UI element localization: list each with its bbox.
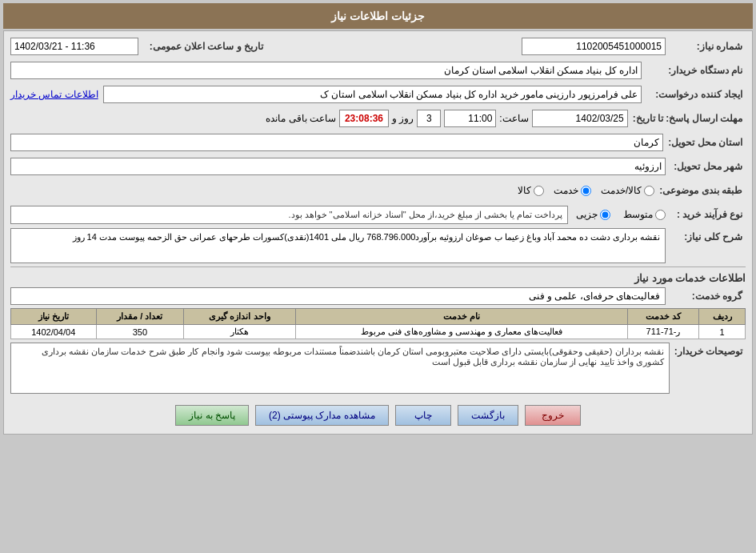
col-tedad: تعداد / مقدار bbox=[96, 309, 184, 325]
noeFarayand-group: متوسط جزیی bbox=[576, 209, 666, 220]
bazgasht-button[interactable]: بازگشت bbox=[458, 405, 518, 426]
saat-label: ساعت: bbox=[499, 113, 528, 124]
sharh-value: نقشه برداری دشت ده محمد آباد وباغ زعیما … bbox=[10, 228, 666, 263]
col-radif: ردیف bbox=[699, 309, 746, 325]
mohlat-date: 1402/03/25 bbox=[532, 110, 628, 127]
goroh-value: فعالیت‌های حرفه‌ای، علمی و فنی bbox=[10, 287, 666, 305]
col-name: نام خدمت bbox=[295, 309, 627, 325]
ejadKonande-value: علی فرامرزپور دارزینی مامور خرید اداره ک… bbox=[103, 86, 642, 103]
mohlat-label: مهلت ارسال پاسخ: تا تاریخ: bbox=[628, 113, 746, 124]
roz-label: روز و bbox=[392, 113, 414, 124]
noeFarayand-label: نوع فرآیند خرید : bbox=[666, 209, 746, 220]
chap-button[interactable]: چاپ bbox=[395, 405, 451, 426]
countdown: 23:08:36 bbox=[339, 110, 389, 127]
namDastgah-label: نام دستگاه خریدار: bbox=[642, 65, 746, 76]
ostanMahal-value: کرمان bbox=[10, 134, 663, 151]
ejadKonande-label: ایجاد کننده درخواست: bbox=[642, 89, 746, 100]
services-table: ردیف کد خدمت نام خدمت واحد اندازه گیری ت… bbox=[10, 308, 746, 339]
buttons-row: خروج بازگشت چاپ مشاهده مدارک پیوستی (2) … bbox=[10, 402, 746, 429]
mohlat-time: 11:00 bbox=[444, 110, 496, 127]
saat-baqi-label: ساعت باقی مانده bbox=[266, 113, 336, 124]
tamase-khardar-link[interactable]: اطلاعات تماس خریدار bbox=[10, 89, 98, 100]
purchase-note: پرداخت تمام یا بخشی از مبلغ خرید،از محل … bbox=[10, 206, 568, 224]
tosaif-value: نقشه برداران (حقیقی وحقوقی)بایستی دارای … bbox=[10, 343, 670, 394]
shomareNiaz-value: 1102005451000015 bbox=[522, 38, 666, 55]
tarikhAelan-value: 1402/03/21 - 11:36 bbox=[10, 38, 138, 55]
namDastgah-value: اداره کل بنیاد مسکن انقلاب اسلامی استان … bbox=[10, 62, 642, 79]
goroh-label: گروه خدمت: bbox=[666, 291, 746, 302]
tabaqe-kala[interactable]: کالا bbox=[518, 185, 544, 196]
col-vahed: واحد اندازه گیری bbox=[184, 309, 295, 325]
noeFarayand-motavaset[interactable]: متوسط bbox=[623, 209, 666, 220]
page-header: جزئیات اطلاعات نیاز bbox=[3, 3, 753, 29]
noeFarayand-jozei[interactable]: جزیی bbox=[576, 209, 610, 220]
tabaqe-radio-group: کالا/خدمت خدمت کالا bbox=[10, 185, 654, 196]
tarikhAelan-label: تاریخ و ساعت اعلان عمومی: bbox=[138, 41, 266, 52]
col-kod: کد خدمت bbox=[627, 309, 698, 325]
tabaqe-label: طبقه بندی موضوعی: bbox=[654, 185, 746, 196]
tabaqe-khadamat[interactable]: خدمت bbox=[554, 185, 591, 196]
shahrMahal-value: ارزوئیه bbox=[10, 158, 666, 175]
page-title: جزئیات اطلاعات نیاز bbox=[331, 10, 425, 22]
shomareNiaz-label: شماره نیاز: bbox=[666, 41, 746, 52]
tosaif-label: توصیحات خریدار: bbox=[670, 343, 746, 357]
ostanMahal-label: استان محل تحویل: bbox=[663, 137, 746, 148]
moshahedeh-button[interactable]: مشاهده مدارک پیوستی (2) bbox=[255, 405, 389, 426]
roz-count: 3 bbox=[417, 110, 441, 127]
ettelaat-section-title: اطلاعات خدمات مورد نیاز bbox=[10, 272, 746, 284]
pasakh-button[interactable]: پاسخ به نیاز bbox=[175, 405, 249, 426]
col-tarikh: تاریخ نیاز bbox=[11, 309, 97, 325]
tabaqe-kalaKhadamat[interactable]: کالا/خدمت bbox=[601, 185, 654, 196]
table-row: 1ر-71-711فعالیت‌های معماری و مهندسی و مش… bbox=[11, 325, 746, 339]
khoroj-button[interactable]: خروج bbox=[525, 405, 581, 426]
shahrMahal-label: شهر محل تحویل: bbox=[666, 161, 746, 172]
sharh-label: شرح کلی نیاز: bbox=[666, 228, 746, 242]
